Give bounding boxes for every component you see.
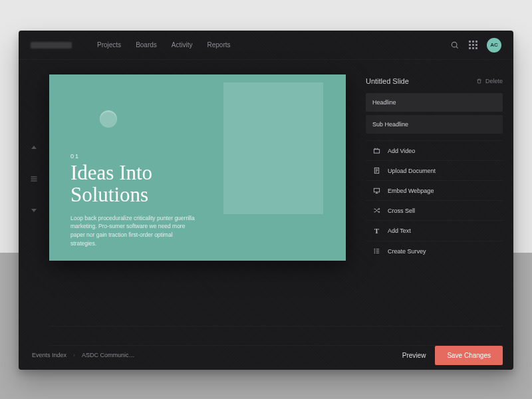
apps-grid-icon[interactable]: [469, 41, 477, 49]
action-create-survey[interactable]: Create Survey: [366, 241, 503, 261]
slide-headline[interactable]: Ideas Into Solutions: [70, 162, 200, 206]
svg-point-14: [374, 251, 375, 251]
slide-up-button[interactable]: [30, 143, 38, 155]
video-icon: [372, 147, 381, 154]
action-label: Add Video: [388, 148, 415, 154]
slide-down-button[interactable]: [30, 204, 38, 216]
document-icon: [372, 167, 381, 174]
action-upload-document[interactable]: Upload Document: [366, 160, 503, 180]
monitor-icon: [372, 187, 381, 194]
slide-body: 01 Ideas Into Solutions Loop back proced…: [70, 153, 200, 248]
action-label: Cross Sell: [388, 207, 415, 214]
slide-description[interactable]: Loop back proceduralize criticality punt…: [70, 214, 200, 248]
properties-panel: Untitled Slide Delete Headline Sub Headl…: [351, 60, 513, 319]
slide-list-button[interactable]: [29, 174, 39, 186]
nav-activity[interactable]: Activity: [172, 41, 193, 49]
svg-point-15: [374, 253, 375, 253]
app-window: Projects Boards Activity Reports AC: [19, 31, 513, 370]
slide-number: 01: [70, 153, 200, 160]
main-area: 01 Ideas Into Solutions Loop back proced…: [19, 60, 513, 319]
slide-image-block[interactable]: [223, 82, 323, 214]
bottom-bar: Events Index › ASDC Communic… Preview Sa…: [19, 340, 513, 370]
action-add-text[interactable]: T Add Text: [366, 220, 503, 241]
breadcrumb: Events Index › ASDC Communic…: [32, 352, 135, 358]
search-icon[interactable]: [450, 41, 460, 50]
list-icon: [372, 247, 381, 255]
nav-projects[interactable]: Projects: [97, 41, 121, 49]
slide-orb-decoration: [100, 110, 117, 128]
delete-button[interactable]: Delete: [476, 78, 503, 84]
chevron-right-icon: ›: [73, 352, 75, 358]
avatar[interactable]: AC: [487, 38, 501, 53]
delete-label: Delete: [485, 78, 503, 84]
action-label: Embed Webpage: [388, 188, 434, 194]
action-label: Create Survey: [388, 248, 426, 255]
breadcrumb-root[interactable]: Events Index: [32, 352, 66, 358]
action-label: Add Text: [388, 227, 411, 234]
shuffle-icon: [372, 207, 381, 214]
canvas-wrap: 01 Ideas Into Solutions Loop back proced…: [49, 60, 351, 319]
topbar: Projects Boards Activity Reports AC: [19, 31, 513, 60]
action-cross-sell[interactable]: Cross Sell: [366, 200, 503, 220]
nav-boards[interactable]: Boards: [136, 41, 157, 49]
logo: [31, 42, 72, 49]
save-button[interactable]: Save Changes: [435, 346, 503, 365]
text-icon: T: [372, 227, 381, 235]
slide-canvas[interactable]: 01 Ideas Into Solutions Loop back proced…: [49, 74, 346, 261]
slide-nav-gutter: [19, 40, 49, 319]
svg-point-13: [374, 249, 375, 249]
main-nav: Projects Boards Activity Reports: [97, 41, 231, 49]
action-label: Upload Document: [388, 168, 436, 174]
slide-actions: Add Video Upload Document Embed Webpage …: [366, 140, 503, 261]
action-embed-webpage[interactable]: Embed Webpage: [366, 180, 503, 200]
svg-rect-10: [374, 188, 379, 192]
action-add-video[interactable]: Add Video: [366, 140, 503, 160]
panel-title: Untitled Slide: [366, 77, 409, 85]
trash-icon: [476, 78, 482, 84]
svg-rect-5: [374, 150, 379, 154]
breadcrumb-current[interactable]: ASDC Communic…: [82, 352, 135, 358]
nav-reports[interactable]: Reports: [207, 41, 230, 49]
headline-field[interactable]: Headline: [366, 93, 503, 112]
svg-point-0: [452, 42, 457, 47]
preview-button[interactable]: Preview: [402, 352, 426, 359]
svg-line-1: [456, 46, 458, 48]
subheadline-field[interactable]: Sub Headline: [366, 115, 503, 134]
